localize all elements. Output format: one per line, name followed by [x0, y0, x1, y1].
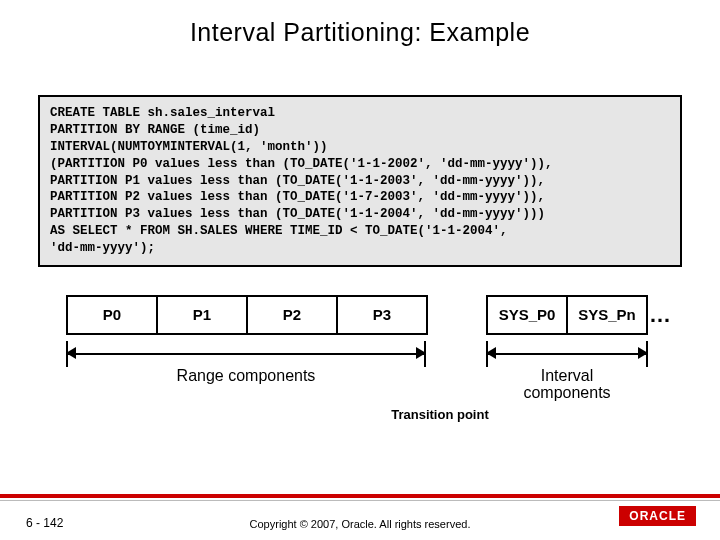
partition-sys-last: SYS_Pn: [566, 295, 648, 335]
partition-p3: P3: [336, 295, 428, 335]
copyright-text: Copyright © 2007, Oracle. All rights res…: [0, 518, 720, 530]
partition-p1: P1: [156, 295, 248, 335]
ellipsis: …: [646, 295, 674, 335]
interval-label: Interval components: [486, 367, 648, 402]
partition-sys-first: SYS_P0: [486, 295, 568, 335]
partition-p0: P0: [66, 295, 158, 335]
partition-p2: P2: [246, 295, 338, 335]
oracle-logo: ORACLE: [619, 506, 696, 526]
footer-red-bar: [0, 494, 720, 498]
range-label: Range components: [66, 367, 426, 385]
sql-code-block: CREATE TABLE sh.sales_interval PARTITION…: [38, 95, 682, 267]
slide-title: Interval Partitioning: Example: [0, 0, 720, 47]
footer-thin-bar: [0, 500, 720, 501]
slide-footer: 6 - 142 Copyright © 2007, Oracle. All ri…: [0, 494, 720, 540]
transition-point-label: Transition point: [330, 407, 550, 422]
partition-cells: P0 P1 P2 P3 SYS_P0 SYS_Pn …: [30, 295, 690, 335]
partition-diagram: P0 P1 P2 P3 SYS_P0 SYS_Pn … Range compon…: [30, 295, 690, 425]
